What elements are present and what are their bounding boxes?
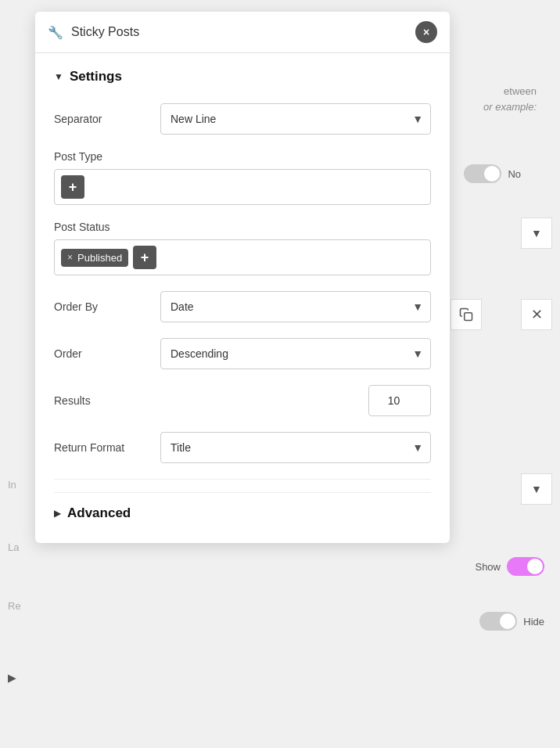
order-by-select-wrapper[interactable]: Date Title ID Author ▼ — [160, 291, 431, 322]
no-toggle-knob — [484, 166, 500, 182]
no-toggle-label: No — [508, 168, 521, 180]
return-format-select-wrapper[interactable]: Title ID Slug Object ▼ — [160, 432, 431, 463]
return-format-row: Return Format Title ID Slug Object ▼ — [54, 432, 431, 463]
bg-input-label-1: In — [8, 477, 16, 494]
settings-section-header[interactable]: ▼ Settings — [54, 69, 431, 85]
post-status-group: Post Status × Published + — [54, 221, 431, 275]
bg-copy-button[interactable] — [451, 299, 482, 330]
published-tag-remove[interactable]: × — [67, 252, 73, 263]
separator-row: Separator New Line Comma Space Custom ▼ — [54, 103, 431, 135]
hide-toggle-knob — [500, 613, 515, 629]
separator-label: Separator — [54, 113, 148, 125]
bg-x-button[interactable]: ✕ — [521, 299, 552, 330]
settings-arrow: ▼ — [54, 71, 63, 82]
advanced-arrow: ▶ — [54, 508, 61, 519]
advanced-section-header[interactable]: ▶ Advanced — [54, 492, 431, 524]
order-label: Order — [54, 347, 148, 360]
hide-toggle-label: Hide — [523, 616, 544, 628]
bg-input-label-2: La — [8, 540, 19, 556]
expand-arrow[interactable]: ▶ — [8, 671, 16, 684]
separator-select[interactable]: New Line Comma Space Custom — [160, 103, 431, 135]
order-by-label: Order By — [54, 300, 148, 313]
panel-body: ▼ Settings Separator New Line Comma Spac… — [35, 53, 450, 543]
bg-no-toggle: No — [464, 164, 521, 183]
bg-example-text: or example: — [483, 99, 537, 116]
topbar-left: 🔧 Sticky Posts — [48, 25, 139, 40]
panel-title: Sticky Posts — [71, 25, 139, 39]
post-status-add-button[interactable]: + — [133, 246, 156, 269]
bg-show-toggle: Show — [475, 557, 544, 576]
show-toggle-pill — [507, 557, 544, 576]
no-toggle-pill — [464, 164, 501, 183]
advanced-section-title: Advanced — [67, 505, 131, 521]
bg-dropdown-1: ▼ — [521, 218, 552, 249]
divider — [54, 479, 431, 480]
separator-select-wrapper[interactable]: New Line Comma Space Custom ▼ — [160, 103, 431, 135]
svg-rect-0 — [465, 313, 472, 321]
post-type-label: Post Type — [54, 150, 431, 163]
results-label: Results — [54, 394, 356, 407]
published-tag: × Published — [61, 249, 128, 267]
post-type-group: Post Type + — [54, 150, 431, 205]
settings-panel: 🔧 Sticky Posts × ▼ Settings Separator Ne… — [35, 12, 450, 543]
order-select[interactable]: Descending Ascending — [160, 338, 431, 369]
hide-toggle-pill — [479, 612, 517, 631]
published-tag-label: Published — [77, 252, 122, 264]
results-input[interactable] — [368, 385, 431, 416]
show-toggle-knob — [527, 559, 543, 574]
show-toggle-label: Show — [475, 561, 501, 573]
wrench-icon: 🔧 — [48, 25, 63, 40]
order-by-row: Order By Date Title ID Author ▼ — [54, 291, 431, 322]
post-type-input-area[interactable]: + — [54, 169, 431, 205]
results-row: Results — [54, 385, 431, 416]
post-status-label: Post Status — [54, 221, 431, 233]
panel-topbar: 🔧 Sticky Posts × — [35, 12, 450, 53]
bg-input-label-3: Re — [8, 599, 21, 615]
return-format-label: Return Format — [54, 441, 148, 454]
bg-between-text: etween — [504, 84, 537, 100]
bg-dropdown-2: ▼ — [521, 473, 552, 505]
order-row: Order Descending Ascending ▼ — [54, 338, 431, 369]
bg-hide-toggle: Hide — [479, 612, 544, 631]
post-status-input-area[interactable]: × Published + — [54, 239, 431, 275]
return-format-select[interactable]: Title ID Slug Object — [160, 432, 431, 463]
post-type-add-button[interactable]: + — [61, 175, 84, 199]
order-by-select[interactable]: Date Title ID Author — [160, 291, 431, 322]
order-select-wrapper[interactable]: Descending Ascending ▼ — [160, 338, 431, 369]
panel-close-button[interactable]: × — [415, 21, 437, 43]
settings-section-title: Settings — [70, 69, 122, 85]
